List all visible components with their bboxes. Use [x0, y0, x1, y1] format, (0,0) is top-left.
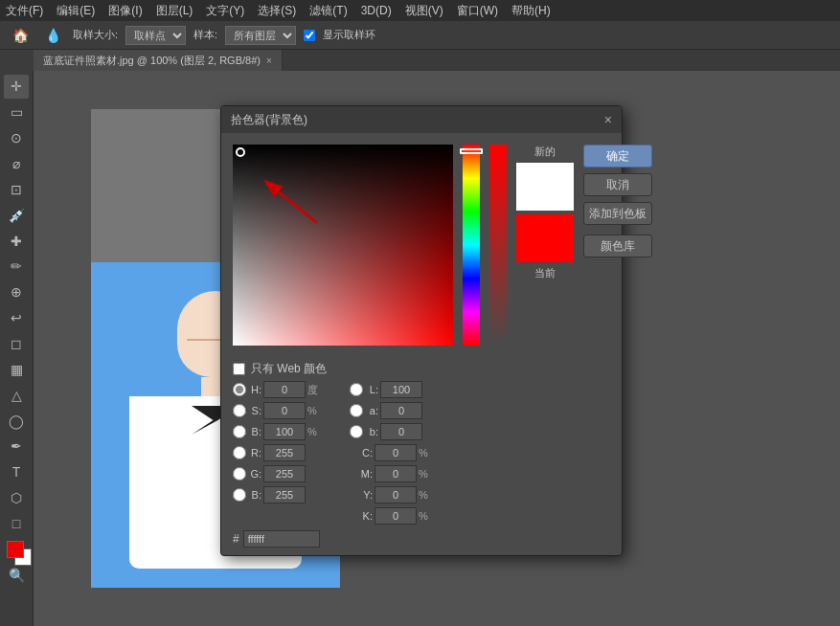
- hue-slider[interactable]: [463, 145, 480, 346]
- toolbar: 🏠 💧 取样大小: 取样点 样本: 所有图层 显示取样环: [0, 21, 840, 50]
- red-field-label: R:: [248, 447, 261, 458]
- menu-help[interactable]: 帮助(H): [511, 3, 551, 19]
- green-input[interactable]: [263, 465, 306, 482]
- green-field-label: G:: [248, 468, 261, 480]
- buttons-column: 确定 取消 添加到色板 颜色库: [583, 145, 652, 346]
- C-input[interactable]: [375, 444, 417, 461]
- new-label: 新的: [516, 145, 574, 159]
- select-tool[interactable]: ▭: [4, 101, 29, 124]
- brightness-input[interactable]: [263, 423, 306, 440]
- menu-3d[interactable]: 3D(D): [361, 4, 392, 17]
- green-radio[interactable]: [233, 467, 246, 481]
- brightness-row: B: %: [233, 421, 321, 442]
- dialog-close-button[interactable]: ×: [604, 112, 612, 127]
- new-color-preview: [516, 163, 574, 211]
- red-radio[interactable]: [233, 446, 246, 459]
- blur-tool[interactable]: △: [4, 383, 29, 407]
- a-radio[interactable]: [350, 404, 363, 417]
- L-row: L:: [350, 379, 432, 400]
- text-tool[interactable]: T: [4, 460, 29, 484]
- hue-slider-container[interactable]: [463, 145, 480, 346]
- opacity-slider[interactable]: [489, 145, 507, 346]
- menu-edit[interactable]: 编辑(E): [57, 3, 95, 19]
- eyedropper-tool[interactable]: 💉: [4, 203, 29, 227]
- menu-layer[interactable]: 图层(L): [156, 3, 193, 19]
- color-gradient-field[interactable]: [233, 145, 453, 346]
- color-gradient[interactable]: [233, 145, 453, 346]
- heal-tool[interactable]: ✚: [4, 229, 29, 253]
- move-tool[interactable]: ✛: [4, 75, 29, 99]
- stamp-tool[interactable]: ⊕: [4, 280, 29, 304]
- Y-field-label: Y:: [350, 489, 373, 501]
- tab-close-button[interactable]: ×: [266, 56, 272, 66]
- hex-input[interactable]: [243, 530, 320, 548]
- blue-radio[interactable]: [233, 488, 246, 502]
- K-unit: %: [419, 510, 432, 522]
- menu-filter[interactable]: 滤镜(T): [309, 3, 347, 19]
- menu-text[interactable]: 文字(Y): [206, 3, 244, 19]
- svg-line-1: [267, 183, 317, 223]
- color-swatches[interactable]: [7, 541, 35, 569]
- Y-input[interactable]: [375, 486, 417, 503]
- menu-select[interactable]: 选择(S): [258, 3, 296, 19]
- L-input[interactable]: [380, 381, 422, 398]
- menu-file[interactable]: 文件(F): [6, 3, 43, 19]
- hue-row: H: 度: [233, 379, 321, 400]
- ok-button[interactable]: 确定: [583, 145, 652, 168]
- opacity-slider-container[interactable]: [489, 145, 507, 346]
- sample-select[interactable]: 所有图层: [225, 26, 296, 45]
- dialog-body: 新的 当前 确定 取消 添加到色板 颜色库: [221, 133, 622, 357]
- web-only-row: 只有 Web 颜色: [221, 357, 622, 377]
- foreground-color-swatch[interactable]: [7, 541, 24, 558]
- web-only-checkbox[interactable]: [233, 363, 245, 375]
- C-row: C: %: [350, 442, 432, 463]
- pen-tool[interactable]: ✒: [4, 435, 29, 458]
- K-field-label: K:: [350, 510, 373, 522]
- cancel-button[interactable]: 取消: [583, 173, 652, 196]
- wand-tool[interactable]: ⌀: [4, 152, 29, 176]
- K-input[interactable]: [375, 507, 417, 525]
- saturation-input[interactable]: [263, 402, 306, 419]
- document-tab[interactable]: 蓝底证件照素材.jpg @ 100% (图层 2, RGB/8#) ×: [34, 50, 283, 71]
- color-library-button[interactable]: 颜色库: [583, 235, 652, 257]
- crop-tool[interactable]: ⊡: [4, 177, 29, 201]
- saturation-radio[interactable]: [233, 404, 246, 417]
- sample-size-label: 取样大小:: [73, 28, 118, 42]
- hue-field-label: H:: [248, 384, 261, 395]
- hue-input[interactable]: [263, 381, 306, 398]
- eraser-tool[interactable]: ◻: [4, 332, 29, 356]
- hex-label: #: [233, 532, 239, 546]
- home-icon[interactable]: 🏠: [8, 23, 33, 48]
- menu-view[interactable]: 视图(V): [405, 3, 443, 19]
- color-preview-column: 新的 当前: [516, 145, 574, 346]
- blue-input[interactable]: [263, 486, 306, 503]
- b-input[interactable]: [380, 423, 422, 440]
- C-field-label: C:: [350, 447, 373, 458]
- brightness-radio[interactable]: [233, 425, 246, 438]
- bright-unit: %: [307, 426, 321, 437]
- color-values-section: H: 度 S: % B: % R:: [221, 377, 622, 526]
- path-tool[interactable]: ⬡: [4, 486, 29, 510]
- history-tool[interactable]: ↩: [4, 306, 29, 330]
- sample-size-select[interactable]: 取样点: [125, 26, 186, 45]
- dodge-tool[interactable]: ◯: [4, 409, 29, 433]
- b-radio[interactable]: [350, 425, 363, 438]
- red-row: R:: [233, 442, 321, 463]
- L-radio[interactable]: [350, 383, 363, 396]
- add-to-palette-button[interactable]: 添加到色板: [583, 202, 652, 225]
- gradient-tool[interactable]: ▦: [4, 357, 29, 381]
- sat-field-label: S:: [248, 405, 261, 416]
- menu-window[interactable]: 窗口(W): [457, 3, 498, 19]
- brush-tool[interactable]: ✏: [4, 255, 29, 279]
- bright-field-label: B:: [248, 426, 261, 437]
- lasso-tool[interactable]: ⊙: [4, 126, 29, 150]
- eyedropper-icon[interactable]: 💧: [40, 23, 65, 48]
- a-input[interactable]: [380, 402, 422, 419]
- menu-image[interactable]: 图像(I): [108, 3, 142, 19]
- sample-label: 样本:: [193, 28, 217, 42]
- show-ring-checkbox[interactable]: [304, 30, 315, 41]
- shape-tool[interactable]: □: [4, 512, 29, 536]
- M-input[interactable]: [375, 465, 417, 482]
- hue-radio[interactable]: [233, 383, 246, 396]
- red-input[interactable]: [263, 444, 306, 461]
